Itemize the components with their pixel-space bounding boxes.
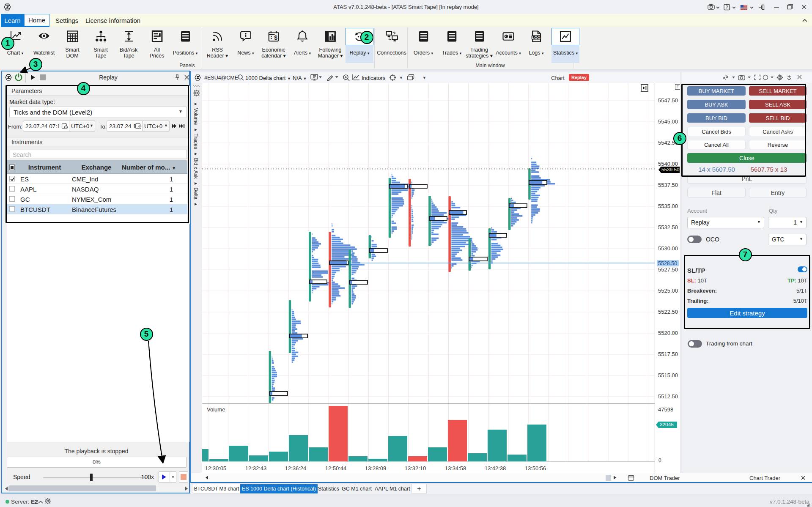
svg-text:13:50:56: 13:50:56 [525, 465, 546, 471]
svg-text:12:36:24: 12:36:24 [285, 465, 307, 471]
svg-text:Volume: Volume [207, 406, 225, 413]
svg-text:$: $ [274, 35, 277, 41]
svg-text:12:32:43: 12:32:43 [245, 465, 267, 471]
svg-text:32045: 32045 [660, 422, 674, 428]
svg-text:13:42:38: 13:42:38 [485, 465, 506, 471]
svg-text:?: ? [726, 5, 728, 10]
svg-text:12:50:44: 12:50:44 [325, 465, 347, 471]
svg-text:5539.50: 5539.50 [661, 167, 680, 173]
svg-text:13:34:58: 13:34:58 [445, 465, 466, 471]
svg-text:LOG: LOG [532, 36, 540, 40]
svg-text:13:32:10: 13:32:10 [405, 465, 426, 471]
svg-text:13:28:09: 13:28:09 [365, 465, 387, 471]
svg-text:12:30:05: 12:30:05 [205, 465, 227, 471]
